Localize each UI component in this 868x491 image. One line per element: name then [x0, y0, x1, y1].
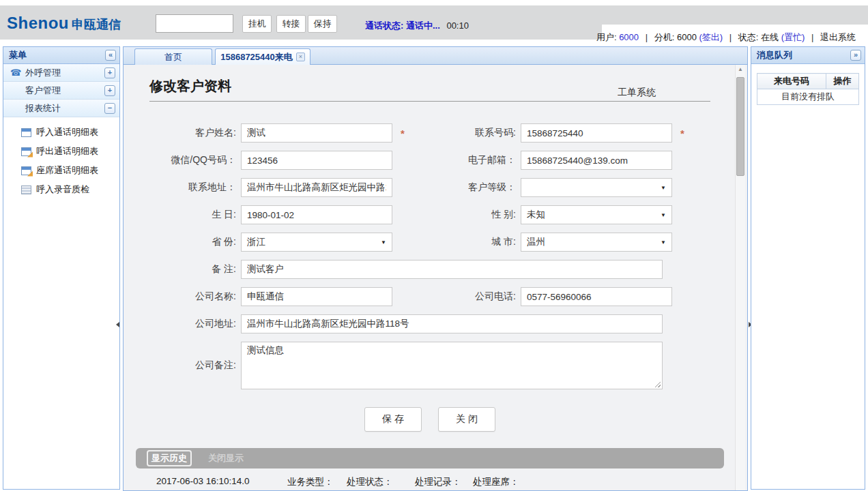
- gender-select[interactable]: 未知 ▼: [521, 205, 672, 224]
- separator: |: [811, 32, 813, 42]
- remark-label: 备 注:: [124, 263, 236, 276]
- tab-label: 首页: [164, 51, 182, 63]
- queue-panel-title: 消息队列: [757, 49, 792, 61]
- collapse-group-icon[interactable]: −: [104, 103, 115, 114]
- transfer-button[interactable]: 转接: [276, 15, 306, 33]
- logout-link[interactable]: 退出系统: [820, 32, 856, 42]
- report-edit-icon: [21, 166, 31, 175]
- email-input[interactable]: [521, 151, 672, 170]
- user-bar: 用户: 6000 | 分机: 6000 (签出) | 状态: 在线 (置忙) |…: [596, 31, 856, 44]
- customer-name-label: 客户姓名:: [124, 127, 236, 139]
- menu-item-label: 呼入录音质检: [36, 183, 89, 196]
- tab-strip: 首页 15868725440来电 ×: [124, 47, 747, 65]
- hold-button[interactable]: 保持: [308, 15, 337, 33]
- menu-item-outbound-call-report[interactable]: 呼出通话明细表: [3, 142, 119, 161]
- tab-close-icon[interactable]: ×: [296, 53, 305, 61]
- remark-input[interactable]: [241, 260, 663, 279]
- message-queue-panel: 消息队列 » 来电号码 操作 目前没有排队: [751, 46, 865, 490]
- chevron-down-icon: ▼: [661, 185, 666, 191]
- report-edit-icon: [21, 147, 31, 156]
- company-phone-input[interactable]: [521, 287, 672, 306]
- company-name-input[interactable]: [241, 287, 392, 306]
- company-remark-textarea[interactable]: 测试信息: [241, 342, 663, 389]
- menu-group-customer[interactable]: 客户管理 +: [3, 82, 119, 100]
- province-label: 省 份:: [124, 236, 236, 248]
- expand-queue-button[interactable]: »: [850, 50, 861, 61]
- group-icon-slot: [10, 103, 21, 114]
- birthday-label: 生 日:: [124, 209, 236, 221]
- busy-link[interactable]: (置忙): [781, 32, 805, 42]
- chevron-down-icon: ▼: [661, 212, 666, 218]
- user-id-link[interactable]: 6000: [619, 32, 639, 42]
- company-phone-label: 公司电话:: [403, 291, 516, 303]
- signout-link[interactable]: (签出): [699, 32, 723, 42]
- customer-level-select[interactable]: ▼: [521, 178, 672, 197]
- page-title: 修改客户资料: [149, 77, 231, 95]
- city-select[interactable]: 温州 ▼: [521, 233, 672, 252]
- collapse-menu-button[interactable]: «: [105, 50, 116, 61]
- customer-name-input[interactable]: [241, 123, 392, 143]
- select-value: 浙江: [247, 236, 265, 248]
- tab-incoming-call[interactable]: 15868725440来电 ×: [215, 48, 310, 65]
- logo: Shenou申瓯通信: [7, 14, 121, 33]
- contact-number-label: 联系号码:: [403, 127, 516, 139]
- logo-en: Shenou: [7, 14, 69, 32]
- menu-group-label: 报表统计: [25, 102, 100, 115]
- menu-group-outbound[interactable]: ☎ 外呼管理 +: [3, 64, 119, 82]
- required-marker: *: [680, 128, 684, 139]
- call-status-label: 通话状态: 通话中...: [365, 20, 440, 31]
- user-label: 用户:: [596, 32, 617, 42]
- hide-history-button[interactable]: 关闭显示: [208, 452, 244, 464]
- contact-address-input[interactable]: [241, 178, 392, 197]
- contact-address-label: 联系地址：: [124, 181, 236, 194]
- company-name-label: 公司名称:: [124, 291, 236, 303]
- close-button[interactable]: 关 闭: [438, 407, 495, 432]
- select-value: 未知: [527, 209, 545, 221]
- expand-group-icon[interactable]: +: [104, 85, 115, 96]
- birthday-input[interactable]: [241, 205, 392, 224]
- save-button[interactable]: 保 存: [364, 407, 422, 432]
- hangup-button[interactable]: 挂机: [242, 15, 272, 33]
- contact-number-input[interactable]: [521, 123, 672, 143]
- queue-col-number: 来电号码: [757, 74, 826, 89]
- province-select[interactable]: 浙江 ▼: [241, 233, 392, 252]
- tab-label: 15868725440来电: [220, 51, 293, 63]
- scrollbar-thumb[interactable]: [736, 77, 744, 176]
- queue-table-header-row: 来电号码 操作: [757, 74, 859, 89]
- show-history-button[interactable]: 显示历史: [147, 450, 192, 466]
- separator: |: [646, 32, 648, 42]
- queue-col-action: 操作: [826, 74, 859, 89]
- status-label: 状态:: [738, 32, 759, 42]
- vertical-scrollbar[interactable]: ▲: [735, 65, 745, 490]
- logo-cn: 申瓯通信: [72, 18, 121, 31]
- left-splitter-collapse-handle[interactable]: [116, 322, 119, 327]
- menu-item-label: 呼出通话明细表: [36, 145, 98, 158]
- wechat-qq-input[interactable]: [241, 151, 392, 170]
- scroll-up-icon[interactable]: ▲: [736, 66, 745, 72]
- company-address-input[interactable]: [241, 314, 663, 333]
- queue-table: 来电号码 操作 目前没有排队: [757, 73, 859, 105]
- expand-group-icon[interactable]: +: [104, 68, 115, 78]
- queue-panel-header: 消息队列 »: [751, 47, 865, 64]
- call-timer: 00:10: [446, 20, 469, 31]
- gender-label: 性 别:: [403, 209, 516, 221]
- queue-empty-text: 目前没有排队: [757, 89, 859, 105]
- menu-item-agent-call-report[interactable]: 座席通话明细表: [3, 161, 119, 180]
- work-order-link[interactable]: 工单系统: [618, 87, 656, 99]
- chevron-down-icon: ▼: [381, 239, 386, 246]
- report-submenu: 呼入通话明细表 呼出通话明细表 座席通话明细表 呼入录音质检: [3, 117, 119, 199]
- wechat-qq-label: 微信/QQ号码：: [124, 154, 236, 166]
- app: Shenou申瓯通信 挂机 转接 保持 通话状态: 通话中... 00:10 用…: [0, 0, 868, 491]
- select-value: 温州: [527, 236, 545, 248]
- queue-empty-row: 目前没有排队: [757, 89, 859, 105]
- dial-input[interactable]: [156, 14, 233, 33]
- main-panel: 首页 15868725440来电 × 修改客户资料 工单系统 客户姓名: * 联…: [123, 46, 748, 491]
- report-table-icon: [21, 128, 31, 137]
- customer-level-label: 客户等级：: [403, 181, 516, 194]
- group-icon-slot: [10, 85, 21, 96]
- menu-item-inbound-call-report[interactable]: 呼入通话明细表: [3, 123, 119, 142]
- tab-home[interactable]: 首页: [134, 48, 212, 65]
- menu-item-inbound-recording-qc[interactable]: 呼入录音质检: [3, 180, 119, 199]
- menu-group-reports[interactable]: 报表统计 −: [3, 100, 119, 117]
- menu-panel-title: 菜单: [9, 49, 27, 61]
